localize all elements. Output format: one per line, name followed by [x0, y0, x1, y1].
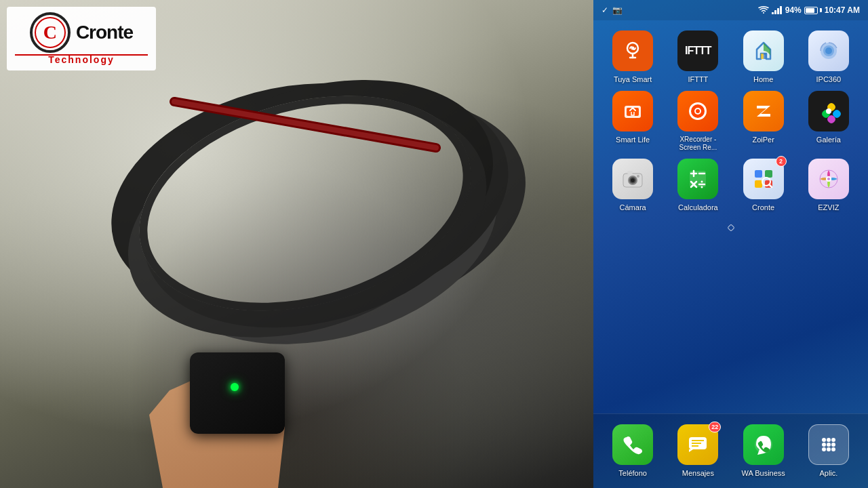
device-visual [190, 352, 285, 434]
status-check-icon: ✓ [601, 5, 608, 15]
home-indicator [600, 219, 861, 236]
ifttt-label: IFTTT [688, 75, 708, 84]
video-background [0, 0, 593, 488]
app-ezviz[interactable]: EZVIZ [800, 159, 857, 212]
tuya-smart-label: Tuya Smart [614, 75, 652, 84]
camara-label: Cámara [620, 203, 646, 212]
svg-rect-2 [777, 8, 779, 14]
ipc360-icon [808, 30, 849, 71]
zoiper-label: ZoiPer [752, 136, 774, 144]
svg-rect-32 [755, 170, 762, 178]
svg-point-8 [825, 47, 832, 54]
aplic-icon [808, 424, 849, 465]
app-cronte[interactable]: 2 Cronte [734, 159, 792, 212]
dock-telefono[interactable]: Teléfono [604, 424, 662, 478]
svg-rect-3 [780, 6, 782, 14]
cronte-app-icon: 2 [743, 159, 784, 199]
app-tuya-smart[interactable]: Tuya Smart [604, 30, 662, 84]
svg-point-53 [827, 447, 831, 451]
status-bar: ✓ 📷 94% 10:47 AM [593, 0, 868, 20]
telefono-icon [612, 424, 653, 465]
smart-life-label: Smart Life [616, 136, 650, 144]
mensajes-icon: 22 [677, 424, 718, 465]
app-smart-life[interactable]: Smart Life [604, 91, 662, 152]
battery-percent: 94% [785, 5, 802, 15]
svg-point-31 [701, 186, 703, 188]
app-row-2: Smart Life XRecorder - Screen Re... [600, 91, 861, 152]
battery-icon [804, 7, 822, 14]
ifttt-text: IFTTT [685, 45, 711, 57]
app-row-3: Cámara [600, 159, 861, 212]
logo-overlay: C Cronte Technology [7, 7, 156, 70]
smart-life-icon [612, 91, 653, 131]
mensajes-label: Mensajes [682, 469, 714, 478]
ifttt-icon: IFTTT [677, 30, 718, 71]
svg-point-49 [822, 443, 826, 447]
bottom-dock: Teléfono 22 Mensajes [593, 413, 868, 488]
telefono-label: Teléfono [618, 469, 647, 478]
zoiper-icon [743, 91, 784, 131]
calculadora-label: Calculadora [678, 203, 718, 212]
app-home[interactable]: Home [734, 30, 792, 84]
svg-point-52 [822, 447, 826, 451]
xrecorder-icon [677, 91, 718, 131]
phone-panel: ✓ 📷 94% 10:47 AM [593, 0, 868, 488]
cronte-badge: 2 [776, 156, 787, 167]
logo-sub-name: Technology [48, 54, 115, 65]
home-dot-icon [727, 224, 734, 231]
ezviz-label: EZVIZ [818, 203, 839, 212]
app-grid: Tuya Smart IFTTT IFTTT [593, 20, 868, 413]
svg-rect-21 [627, 171, 633, 174]
wa-business-label: WA Business [741, 469, 785, 478]
app-row-1: Tuya Smart IFTTT IFTTT [600, 30, 861, 84]
svg-point-48 [831, 438, 835, 442]
cronte-label: Cronte [752, 203, 774, 212]
svg-point-15 [826, 108, 831, 114]
status-time: 10:47 AM [825, 5, 860, 15]
app-galeria[interactable]: Galería [800, 91, 857, 152]
svg-point-5 [631, 47, 635, 50]
app-calculadora[interactable]: Calculadora [669, 159, 727, 212]
tuya-smart-icon [612, 30, 653, 71]
dock-wa-business[interactable]: WA Business [734, 424, 792, 478]
dock-aplic[interactable]: Aplic. [800, 424, 857, 478]
app-xrecorder[interactable]: XRecorder - Screen Re... [669, 91, 727, 152]
svg-point-47 [827, 438, 831, 442]
svg-rect-34 [755, 180, 762, 188]
home-icon [743, 30, 784, 71]
svg-point-50 [827, 443, 831, 447]
svg-point-54 [831, 447, 835, 451]
wifi-icon [758, 6, 769, 14]
galeria-label: Galería [816, 136, 841, 144]
video-panel: C Cronte Technology [0, 0, 593, 488]
signal-icon [772, 6, 783, 14]
svg-point-30 [701, 181, 703, 183]
status-camera-icon: 📷 [612, 5, 623, 15]
svg-point-14 [696, 109, 700, 113]
xrecorder-label: XRecorder - Screen Re... [671, 136, 725, 152]
dock-mensajes[interactable]: 22 Mensajes [669, 424, 727, 478]
svg-rect-10 [627, 108, 639, 116]
logo-brand-name: Cronte [76, 22, 133, 43]
app-ipc360[interactable]: IPC360 [800, 30, 857, 84]
svg-point-22 [637, 175, 639, 178]
ipc360-label: IPC360 [816, 75, 842, 84]
device-led [231, 383, 239, 391]
wa-business-icon [743, 424, 784, 465]
status-left-icons: ✓ 📷 [601, 5, 623, 15]
galeria-icon [808, 91, 849, 131]
aplic-label: Aplic. [819, 469, 837, 478]
app-ifttt[interactable]: IFTTT IFTTT [669, 30, 727, 84]
logo-circle: C [30, 12, 71, 53]
mensajes-badge: 22 [709, 422, 721, 432]
ezviz-icon [808, 159, 849, 199]
svg-rect-1 [774, 10, 776, 14]
svg-point-46 [822, 438, 826, 442]
status-right: 94% 10:47 AM [758, 5, 860, 15]
app-camara[interactable]: Cámara [604, 159, 662, 212]
svg-point-20 [631, 178, 635, 182]
app-zoiper[interactable]: ZoiPer [734, 91, 792, 152]
home-label: Home [753, 75, 773, 84]
svg-rect-0 [772, 12, 774, 14]
calculadora-icon [677, 159, 718, 199]
